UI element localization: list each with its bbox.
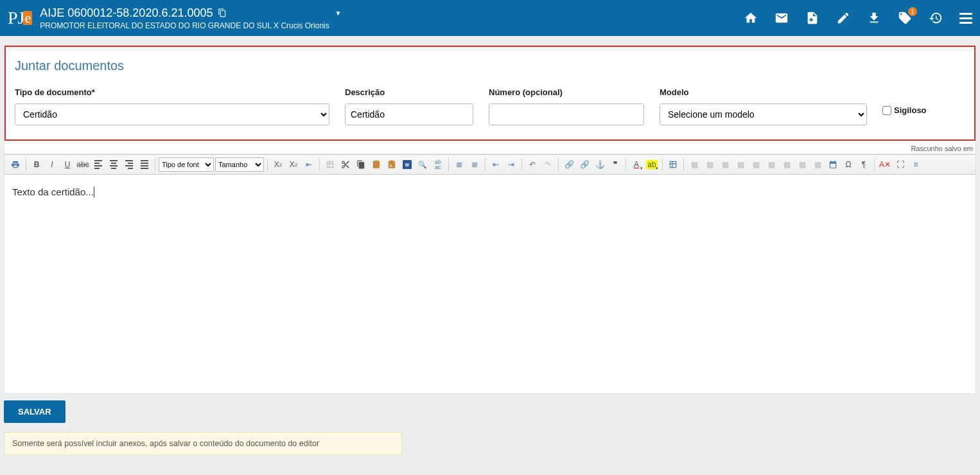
align-justify-button[interactable] — [137, 157, 152, 172]
num-label: Número (opcional) — [489, 87, 644, 97]
bullet-list-button[interactable]: ≣ — [452, 157, 466, 172]
calendar-button[interactable] — [826, 157, 840, 172]
modelo-label: Modelo — [660, 87, 867, 97]
superscript-button[interactable]: X2 — [286, 157, 301, 172]
clear-format-button[interactable]: ⇤ — [302, 157, 316, 172]
download-icon[interactable] — [867, 11, 881, 25]
col-before-button[interactable]: ▦ — [733, 157, 748, 172]
sigiloso-label: Sigiloso — [894, 105, 927, 115]
text-color-button[interactable]: A▾ — [629, 157, 643, 172]
print-icon[interactable] — [8, 157, 22, 172]
tipo-select[interactable]: Certidão — [15, 103, 329, 125]
mail-icon[interactable] — [774, 11, 789, 25]
align-right-button[interactable] — [122, 157, 136, 172]
blockquote-button[interactable]: ❞ — [608, 157, 622, 172]
subscript-button[interactable]: X2 — [271, 157, 285, 172]
svg-text:W: W — [405, 163, 410, 167]
tag-badge: 1 — [908, 7, 917, 16]
strike-button[interactable]: abc — [76, 157, 90, 172]
outdent-button[interactable]: ⇤ — [489, 157, 503, 172]
desc-label: Descrição — [345, 87, 473, 97]
desc-input[interactable] — [345, 103, 473, 125]
link-button[interactable]: 🔗 — [562, 157, 576, 172]
italic-button[interactable]: I — [45, 157, 59, 172]
row-delete-button[interactable]: ▦ — [718, 157, 732, 172]
attachment-notice: Somente será possível incluir anexos, ap… — [4, 432, 402, 455]
omega-button[interactable]: Ω — [841, 157, 855, 172]
underline-button[interactable]: U — [60, 157, 74, 172]
app-header: PJe AIJE 0600012-58.2020.6.21.0005 ▼ PRO… — [0, 0, 980, 36]
menu-icon[interactable] — [959, 13, 972, 24]
line-height-button[interactable]: ≡ — [909, 157, 923, 172]
history-icon[interactable] — [929, 11, 943, 25]
redo-button[interactable]: ↷ — [541, 157, 555, 172]
erase-format-button[interactable]: A✕ — [878, 157, 892, 172]
replace-button[interactable]: abac — [431, 157, 445, 172]
svg-text:A: A — [390, 164, 392, 168]
case-parties: PROMOTOR ELEITORAL DO ESTADO DO RIO GRAN… — [40, 21, 341, 30]
row-after-button[interactable]: ▦ — [703, 157, 717, 172]
app-logo: PJe — [8, 8, 32, 28]
editor-toolbar: B I U abc Tipo de font Tamanho X2 X2 ⇤ A… — [4, 154, 976, 175]
num-input[interactable] — [489, 103, 644, 125]
paste-text-button[interactable]: A — [385, 157, 399, 172]
fullscreen-button[interactable]: ⛶ — [893, 157, 907, 172]
cut-button[interactable] — [338, 157, 353, 172]
row-before-button[interactable]: ▦ — [687, 157, 701, 172]
font-family-select[interactable]: Tipo de font — [159, 157, 214, 172]
document-panel: Juntar documentos Tipo de documento* Cer… — [4, 45, 976, 154]
tipo-label: Tipo de documento* — [15, 87, 329, 97]
rich-text-editor: B I U abc Tipo de font Tamanho X2 X2 ⇤ A… — [4, 154, 976, 394]
undo-button[interactable]: ↶ — [525, 157, 539, 172]
number-list-button[interactable]: ≣ — [468, 157, 482, 172]
align-left-button[interactable] — [91, 157, 105, 172]
bold-button[interactable]: B — [30, 157, 44, 172]
pilcrow-button[interactable]: ¶ — [857, 157, 871, 172]
split-button[interactable]: ▦ — [795, 157, 809, 172]
panel-title: Juntar documentos — [13, 58, 967, 73]
home-icon[interactable] — [744, 11, 758, 25]
case-number: AIJE 0600012-58.2020.6.21.0005 — [40, 6, 213, 20]
anchor-button[interactable]: ⚓ — [593, 157, 607, 172]
table-button[interactable] — [666, 157, 680, 172]
find-button[interactable]: 🔍 — [416, 157, 430, 172]
paste-button[interactable] — [369, 157, 383, 172]
modelo-select[interactable]: Selecione um modelo — [660, 103, 867, 125]
tag-button[interactable]: 1 — [898, 11, 912, 25]
draft-status: Rascunho salvo em — [4, 141, 976, 154]
dropdown-caret-icon[interactable]: ▼ — [335, 10, 341, 17]
indent-button[interactable]: ⇥ — [504, 157, 518, 172]
sigiloso-checkbox[interactable] — [882, 106, 891, 115]
merge-button[interactable]: ▦ — [780, 157, 794, 172]
col-delete-button[interactable]: ▦ — [764, 157, 778, 172]
table-delete-button[interactable]: ▦ — [810, 157, 825, 172]
copy-button[interactable] — [354, 157, 368, 172]
table-edit-button[interactable] — [323, 157, 337, 172]
paste-word-button[interactable]: W — [400, 157, 414, 172]
copy-icon[interactable] — [218, 8, 227, 17]
edit-icon[interactable] — [836, 11, 850, 25]
save-button[interactable]: SALVAR — [4, 400, 66, 423]
editor-content[interactable]: Texto da certidão... — [4, 175, 976, 393]
font-size-select[interactable]: Tamanho — [215, 157, 264, 172]
bg-color-button[interactable]: ab▾ — [645, 157, 659, 172]
document-add-icon[interactable] — [805, 11, 819, 25]
align-center-button[interactable] — [107, 157, 121, 172]
col-after-button[interactable]: ▦ — [749, 157, 763, 172]
unlink-button[interactable]: 🔗 — [577, 157, 591, 172]
